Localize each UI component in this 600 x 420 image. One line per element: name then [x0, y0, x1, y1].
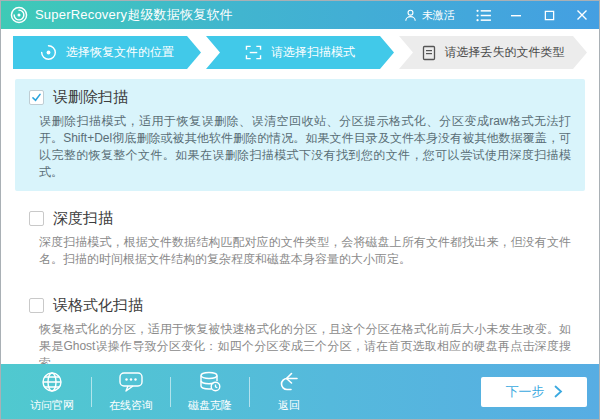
option-deep-scan[interactable]: 深度扫描 深度扫描模式，根据文件数据结构匹配对应的文件类型，会将磁盘上所有文件都… — [15, 200, 585, 278]
step-label: 请选择丢失的文件类型 — [445, 44, 565, 61]
activation-label: 未激活 — [422, 8, 455, 23]
step-label: 选择恢复文件的位置 — [66, 44, 174, 61]
main-menu-button[interactable] — [475, 7, 491, 23]
app-window: SuperRecovery超级数据恢复软件 未激活 — [0, 0, 600, 420]
action-label: 在线咨询 — [109, 398, 153, 413]
window-title: SuperRecovery超级数据恢复软件 — [35, 6, 233, 24]
action-label: 访问官网 — [30, 398, 74, 413]
disk-target-icon — [40, 44, 57, 61]
action-label: 返回 — [278, 398, 300, 413]
option-description: 误删除扫描模式，适用于恢复误删除、误清空回收站、分区提示格式化、分区变成raw格… — [39, 113, 571, 181]
maximize-icon — [544, 10, 555, 21]
option-title: 误删除扫描 — [53, 88, 128, 107]
app-logo-icon — [10, 6, 28, 24]
option-header: 深度扫描 — [29, 209, 571, 228]
next-step-label: 下一步 — [506, 383, 545, 401]
titlebar: SuperRecovery超级数据恢复软件 未激活 — [1, 1, 599, 29]
option-title: 深度扫描 — [53, 209, 113, 228]
minimize-icon — [510, 9, 522, 21]
step-select-location[interactable]: 选择恢复文件的位置 — [13, 36, 201, 69]
step-label: 请选择扫描模式 — [271, 44, 355, 61]
undelete-scan-checkbox[interactable] — [29, 90, 44, 105]
action-label: 磁盘克隆 — [188, 398, 232, 413]
globe-icon — [40, 370, 64, 394]
scan-frame-icon — [245, 45, 262, 60]
close-button[interactable] — [574, 7, 590, 23]
footer-toolbar: 访问官网 在线咨询 磁盘克隆 — [1, 364, 599, 419]
step-select-scan-mode[interactable]: 请选择扫描模式 — [206, 36, 394, 69]
back-arrow-icon — [277, 370, 301, 394]
option-header: 误格式化扫描 — [29, 296, 571, 315]
wizard-steps: 选择恢复文件的位置 请选择扫描模式 请选择丢失的文件类型 — [13, 36, 587, 69]
online-support-button[interactable]: 在线咨询 — [92, 370, 170, 413]
user-icon — [404, 9, 417, 22]
option-header: 误删除扫描 — [29, 88, 571, 107]
deep-scan-checkbox[interactable] — [29, 211, 44, 226]
chevron-right-icon — [554, 385, 563, 398]
maximize-button[interactable] — [541, 7, 557, 23]
menu-list-icon — [476, 9, 491, 22]
document-icon — [422, 45, 436, 61]
option-description: 深度扫描模式，根据文件数据结构匹配对应的文件类型，会将磁盘上所有文件都找出来，但… — [39, 234, 571, 268]
activation-status[interactable]: 未激活 — [404, 8, 455, 23]
step-select-file-types[interactable]: 请选择丢失的文件类型 — [399, 36, 587, 69]
check-icon — [31, 92, 42, 103]
disk-clone-button[interactable]: 磁盘克隆 — [171, 370, 249, 413]
format-scan-checkbox[interactable] — [29, 298, 44, 313]
scan-mode-list: 误删除扫描 误删除扫描模式，适用于恢复误删除、误清空回收站、分区提示格式化、分区… — [1, 69, 599, 382]
next-step-button[interactable]: 下一步 — [481, 377, 587, 407]
disk-clone-icon — [198, 370, 222, 394]
visit-website-button[interactable]: 访问官网 — [13, 370, 91, 413]
minimize-button[interactable] — [508, 7, 524, 23]
chat-icon — [118, 370, 144, 394]
option-undelete-scan[interactable]: 误删除扫描 误删除扫描模式，适用于恢复误删除、误清空回收站、分区提示格式化、分区… — [15, 79, 585, 191]
option-title: 误格式化扫描 — [53, 296, 143, 315]
back-button[interactable]: 返回 — [250, 370, 328, 413]
close-icon — [576, 9, 588, 21]
